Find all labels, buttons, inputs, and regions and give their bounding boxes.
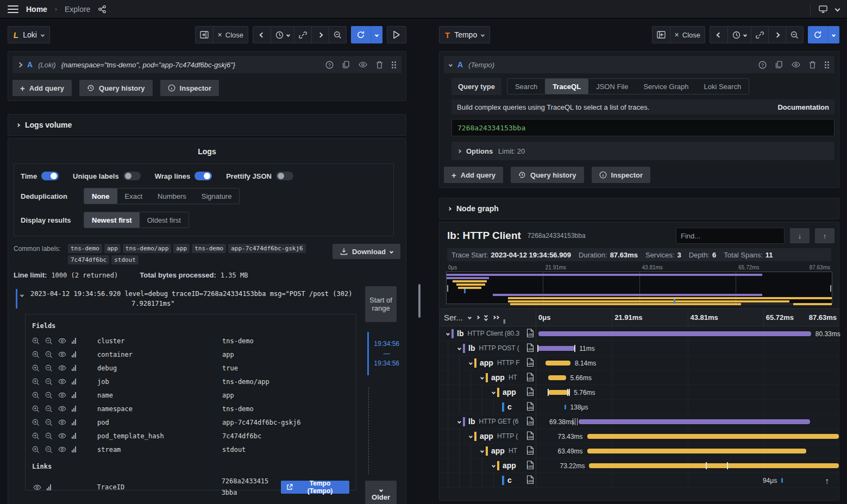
span-timeline-cell[interactable]: 8.14ms bbox=[536, 356, 839, 370]
hide-query-icon[interactable] bbox=[359, 61, 367, 68]
zoom-out-time-button[interactable] bbox=[329, 27, 346, 43]
filter-for-value-icon[interactable] bbox=[32, 378, 40, 386]
minimap-right-handle[interactable] bbox=[830, 285, 831, 292]
span-name-cell[interactable]: c LOG bbox=[440, 473, 536, 487]
node-graph-section[interactable]: Node graph bbox=[439, 198, 839, 219]
dedup-signature[interactable]: Signature bbox=[194, 188, 240, 204]
minimap-canvas[interactable] bbox=[446, 272, 832, 304]
filter-out-value-icon[interactable] bbox=[45, 405, 53, 413]
collapse-span-icon[interactable] bbox=[455, 347, 463, 350]
filter-out-value-icon[interactable] bbox=[45, 351, 53, 358]
older-logs-button[interactable]: Older bbox=[365, 481, 397, 504]
column-resize-handle[interactable]: ‖ bbox=[503, 318, 506, 325]
time-shift-back-button[interactable] bbox=[710, 27, 727, 43]
filter-out-value-icon[interactable] bbox=[45, 378, 53, 386]
time-picker-button[interactable] bbox=[271, 27, 294, 43]
stats-icon[interactable] bbox=[72, 419, 76, 425]
download-button[interactable]: Download bbox=[332, 244, 400, 259]
split-pane-left-button[interactable] bbox=[652, 27, 670, 43]
filter-for-value-icon[interactable] bbox=[32, 392, 40, 399]
span-row[interactable]: lb HTTP GET (6 LOG 69.38ms bbox=[440, 414, 839, 429]
span-duration-bar[interactable] bbox=[545, 361, 570, 366]
copy-icon[interactable] bbox=[775, 61, 783, 69]
scroll-to-top-icon[interactable]: ↑ bbox=[825, 476, 829, 486]
eye-icon[interactable] bbox=[58, 392, 66, 398]
sync-times-button[interactable] bbox=[294, 27, 311, 43]
span-timeline-cell[interactable]: 73.43ms bbox=[536, 429, 839, 443]
split-pane-button[interactable] bbox=[196, 27, 213, 43]
span-logs-icon[interactable]: LOG bbox=[526, 402, 534, 411]
datasource-picker-tempo[interactable]: T Tempo bbox=[439, 26, 490, 43]
eye-icon[interactable] bbox=[58, 433, 66, 439]
refresh-button[interactable] bbox=[351, 26, 371, 43]
eye-icon[interactable] bbox=[58, 351, 66, 357]
dedup-numbers[interactable]: Numbers bbox=[150, 188, 194, 204]
span-duration-bar[interactable] bbox=[587, 449, 807, 453]
filter-out-value-icon[interactable] bbox=[45, 419, 53, 426]
traceql-query-input[interactable]: 7268a24334153bba bbox=[451, 119, 835, 136]
span-row[interactable]: app HT LOG 63.49ms bbox=[440, 444, 839, 458]
collapse-span-icon[interactable] bbox=[455, 420, 463, 423]
prettify-json-switch[interactable] bbox=[276, 172, 293, 180]
collapse-span-icon[interactable] bbox=[490, 464, 497, 467]
span-timeline-cell[interactable]: 5.76ms bbox=[536, 385, 839, 399]
stats-icon[interactable] bbox=[72, 446, 76, 452]
span-row[interactable]: app HT LOG 5.66ms bbox=[440, 370, 839, 385]
sync-times-button[interactable] bbox=[751, 27, 768, 43]
filter-for-value-icon[interactable] bbox=[32, 405, 40, 413]
span-logs-icon[interactable]: LOG bbox=[526, 329, 534, 338]
delete-query-icon[interactable] bbox=[809, 61, 816, 69]
span-timeline-cell[interactable]: 69.38ms bbox=[536, 414, 839, 429]
filter-out-value-icon[interactable] bbox=[45, 337, 53, 345]
drag-query-handle-icon[interactable] bbox=[825, 61, 829, 68]
tempo-query-row[interactable]: A (Tempo) ? bbox=[444, 56, 835, 73]
copy-icon[interactable] bbox=[342, 61, 350, 69]
span-row[interactable]: app LOG 5.76ms bbox=[440, 385, 839, 400]
time-picker-button[interactable] bbox=[727, 27, 751, 43]
span-duration-bar[interactable] bbox=[589, 463, 839, 468]
eye-icon[interactable] bbox=[58, 379, 66, 385]
open-in-tempo-button[interactable]: Tempo (Tempo) bbox=[281, 481, 349, 494]
eye-icon[interactable] bbox=[58, 446, 66, 452]
stats-icon[interactable] bbox=[72, 379, 76, 385]
eye-icon[interactable] bbox=[33, 484, 41, 490]
filter-out-value-icon[interactable] bbox=[45, 432, 53, 440]
span-logs-icon[interactable]: LOG bbox=[526, 417, 534, 426]
query-history-button[interactable]: Query history bbox=[511, 167, 584, 183]
close-pane-button[interactable]: × Close bbox=[213, 27, 248, 43]
refresh-button[interactable] bbox=[808, 26, 827, 43]
span-timeline-cell[interactable]: 63.49ms bbox=[536, 444, 839, 458]
filter-for-value-icon[interactable] bbox=[32, 337, 40, 345]
collapse-span-icon[interactable] bbox=[478, 376, 486, 379]
stats-icon[interactable] bbox=[72, 351, 76, 357]
span-timeline-cell[interactable]: 138μs bbox=[536, 400, 839, 414]
span-row[interactable]: lb HTTP Client (80.3 LOG 80.33ms bbox=[440, 326, 839, 341]
chevron-down-icon[interactable] bbox=[468, 316, 472, 319]
collapse-span-icon[interactable] bbox=[478, 450, 486, 452]
close-pane-button[interactable]: × Close bbox=[670, 27, 705, 43]
tab-service-graph[interactable]: Service Graph bbox=[636, 79, 696, 94]
next-result-button[interactable]: ↓ bbox=[790, 228, 810, 243]
eye-icon[interactable] bbox=[58, 419, 66, 425]
tab-search[interactable]: Search bbox=[507, 79, 545, 94]
tab-traceql[interactable]: TraceQL bbox=[545, 79, 588, 94]
unique-labels-switch[interactable] bbox=[123, 172, 141, 180]
span-row[interactable]: c LOG 138μs bbox=[440, 400, 839, 414]
span-timeline-cell[interactable]: 11ms bbox=[536, 341, 839, 355]
stats-icon[interactable] bbox=[72, 365, 76, 371]
stats-icon[interactable] bbox=[72, 338, 76, 344]
span-timeline-cell[interactable]: 5.66ms bbox=[536, 370, 839, 385]
eye-icon[interactable] bbox=[58, 365, 66, 371]
display-oldest-first[interactable]: Oldest first bbox=[140, 212, 189, 228]
prev-result-button[interactable]: ↑ bbox=[815, 228, 835, 243]
drag-query-handle-icon[interactable] bbox=[392, 61, 396, 68]
span-duration-bar[interactable] bbox=[564, 405, 566, 410]
span-logs-icon[interactable]: LOG bbox=[526, 373, 534, 382]
span-logs-icon[interactable]: LOG bbox=[526, 475, 534, 484]
span-name-cell[interactable]: app HTTP F LOG bbox=[440, 356, 536, 370]
collapse-span-icon[interactable] bbox=[467, 362, 474, 364]
span-row[interactable]: lb HTTP POST ( LOG 11ms bbox=[440, 341, 839, 356]
log-row[interactable]: 2023-04-12 19:34:56.920 level=debug trac… bbox=[16, 289, 400, 308]
span-name-cell[interactable]: app HTTP ( LOG bbox=[440, 429, 536, 443]
help-icon[interactable]: ? bbox=[758, 61, 767, 69]
